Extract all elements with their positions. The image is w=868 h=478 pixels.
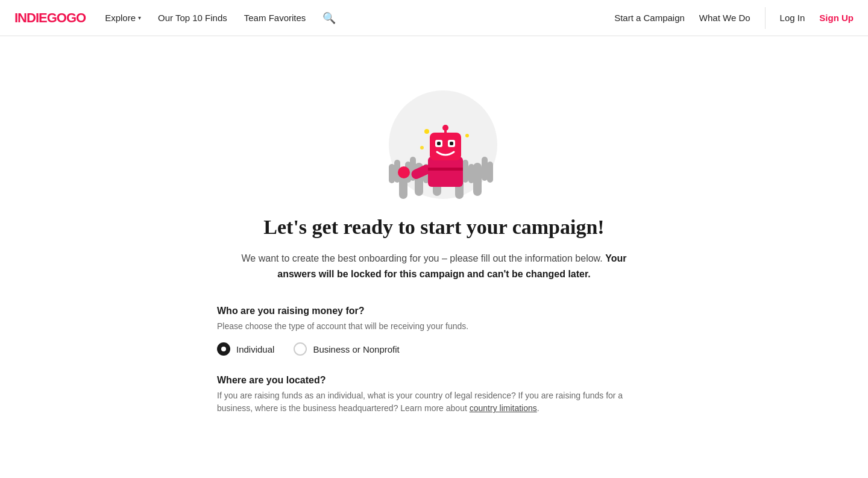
fund-recipient-group: Who are you raising money for? Please ch… (217, 306, 651, 356)
location-description: If you are raising funds as an individua… (217, 389, 651, 415)
page-subtitle: We want to create the best onboarding fo… (229, 251, 639, 281)
svg-point-25 (465, 134, 469, 137)
nav-explore[interactable]: Explore ▾ (105, 13, 141, 23)
svg-rect-20 (437, 142, 441, 145)
nav-top10[interactable]: Our Top 10 Finds (158, 13, 227, 23)
logo[interactable]: indiegogo (14, 10, 86, 26)
svg-rect-14 (482, 157, 488, 181)
campaign-form: Who are you raising money for? Please ch… (217, 306, 651, 434)
nav-divider (765, 7, 766, 29)
nav-right: Start a Campaign What We Do Log In Sign … (614, 7, 854, 29)
fund-recipient-options: Individual Business or Nonprofit (217, 342, 651, 356)
fund-recipient-description: Please choose the type of account that w… (217, 320, 651, 333)
svg-point-26 (420, 146, 424, 149)
hero-illustration (344, 60, 524, 199)
svg-rect-11 (462, 160, 468, 183)
nav-team-favorites[interactable]: Team Favorites (244, 13, 306, 23)
location-group: Where are you located? If you are raisin… (217, 375, 651, 415)
nav-left: Explore ▾ Our Top 10 Finds Team Favorite… (105, 11, 614, 25)
svg-point-24 (424, 129, 429, 134)
svg-rect-21 (450, 142, 453, 145)
individual-radio[interactable] (217, 342, 230, 356)
search-icon: 🔍 (322, 12, 336, 24)
login-button[interactable]: Log In (780, 13, 805, 23)
country-limitations-link[interactable]: country limitations (470, 403, 537, 413)
svg-point-28 (398, 166, 410, 178)
business-radio[interactable] (294, 342, 307, 356)
svg-rect-29 (428, 168, 463, 171)
signup-button[interactable]: Sign Up (819, 13, 854, 23)
chevron-down-icon: ▾ (138, 14, 141, 21)
nav-start-campaign[interactable]: Start a Campaign (614, 13, 685, 23)
navbar: indiegogo Explore ▾ Our Top 10 Finds Tea… (0, 0, 868, 36)
main-content: Let's get ready to start your campaign! … (0, 36, 868, 470)
nav-what-we-do[interactable]: What We Do (699, 13, 750, 23)
svg-rect-13 (473, 163, 482, 196)
page-title: Let's get ready to start your campaign! (263, 216, 604, 239)
business-option[interactable]: Business or Nonprofit (294, 342, 399, 356)
svg-rect-3 (389, 164, 395, 183)
search-button[interactable]: 🔍 (322, 11, 336, 25)
svg-rect-17 (430, 133, 461, 160)
fund-recipient-question: Who are you raising money for? (217, 306, 651, 316)
location-question: Where are you located? (217, 375, 651, 386)
svg-rect-16 (428, 157, 463, 187)
svg-rect-15 (487, 162, 493, 183)
svg-rect-23 (444, 128, 447, 134)
individual-option[interactable]: Individual (217, 342, 274, 356)
